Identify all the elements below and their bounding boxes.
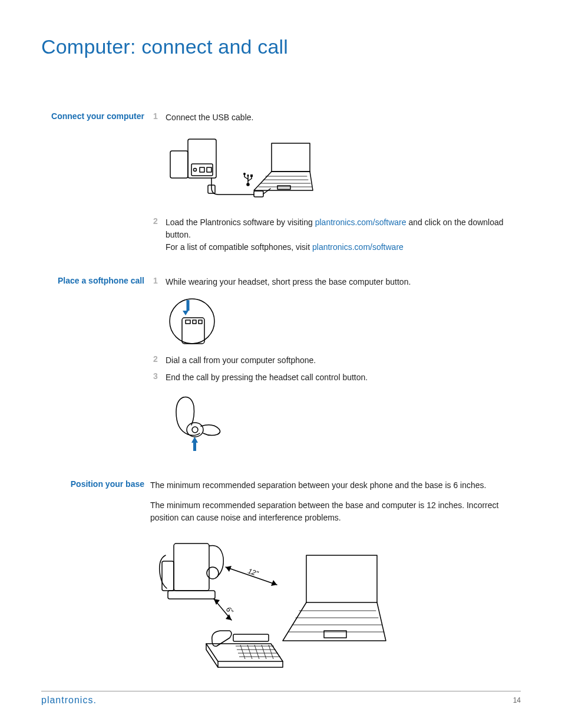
illustration-headset-call-button bbox=[166, 388, 521, 453]
step-number: 3 bbox=[150, 371, 161, 381]
svg-rect-0 bbox=[170, 151, 188, 178]
svg-rect-2 bbox=[191, 164, 213, 176]
svg-point-9 bbox=[243, 173, 246, 175]
page: Computer: connect and call Connect your … bbox=[0, 0, 562, 728]
link-software-2[interactable]: plantronics.com/software bbox=[312, 242, 404, 252]
footer-page-number: 14 bbox=[513, 696, 521, 704]
step-text: Dial a call from your computer softphone… bbox=[161, 354, 521, 367]
svg-rect-4 bbox=[200, 167, 204, 172]
svg-rect-15 bbox=[186, 320, 190, 324]
text-fragment: For a list of compatible softphones, vis… bbox=[166, 242, 312, 252]
link-software-1[interactable]: plantronics.com/software bbox=[315, 218, 406, 227]
svg-rect-5 bbox=[207, 167, 211, 172]
section-body-softphone: 1 While wearing your headset, short pres… bbox=[150, 276, 521, 462]
step-number: 1 bbox=[150, 111, 161, 121]
section-body-position: The minimum recommended separation betwe… bbox=[150, 479, 521, 681]
text-fragment: Load the Plantronics software by visitin… bbox=[166, 218, 315, 227]
svg-point-19 bbox=[192, 427, 198, 433]
svg-rect-23 bbox=[168, 591, 215, 599]
step-text: Connect the USB cable. bbox=[161, 111, 521, 124]
section-label-position: Position your base bbox=[41, 479, 150, 489]
position-para-1: The minimum recommended separation betwe… bbox=[150, 479, 521, 492]
page-title: Computer: connect and call bbox=[41, 35, 521, 58]
svg-rect-21 bbox=[162, 561, 174, 591]
page-footer: plantronics. 14 bbox=[41, 691, 521, 706]
step-text: End the call by pressing the headset cal… bbox=[161, 371, 521, 384]
step-connect-1: 1 Connect the USB cable. bbox=[150, 111, 521, 124]
distance-label-12: 12" bbox=[247, 567, 260, 578]
step-connect-2: 2 Load the Plantronics software by visit… bbox=[150, 216, 521, 253]
svg-rect-17 bbox=[199, 320, 202, 324]
step-softphone-3: 3 End the call by pressing the headset c… bbox=[150, 371, 521, 384]
section-label-connect: Connect your computer bbox=[41, 111, 150, 121]
step-number: 2 bbox=[150, 354, 161, 364]
illustration-position-distances: 12" 6" bbox=[150, 532, 521, 673]
section-position: Position your base The minimum recommend… bbox=[41, 479, 521, 681]
step-text: While wearing your headset, short press … bbox=[161, 276, 521, 288]
svg-rect-10 bbox=[254, 191, 263, 197]
svg-rect-8 bbox=[250, 174, 253, 177]
svg-rect-16 bbox=[193, 320, 196, 324]
step-softphone-2: 2 Dial a call from your computer softpho… bbox=[150, 354, 521, 367]
section-label-softphone: Place a softphone call bbox=[41, 276, 150, 285]
illustration-press-base-button bbox=[166, 293, 521, 346]
svg-rect-13 bbox=[187, 300, 190, 311]
section-softphone: Place a softphone call 1 While wearing y… bbox=[41, 276, 521, 462]
section-body-connect: 1 Connect the USB cable. bbox=[150, 111, 521, 258]
section-connect: Connect your computer 1 Connect the USB … bbox=[41, 111, 521, 258]
step-text: Load the Plantronics software by visitin… bbox=[161, 216, 521, 253]
step-number: 1 bbox=[150, 276, 161, 285]
illustration-usb-connection bbox=[166, 129, 521, 208]
svg-point-12 bbox=[170, 299, 214, 344]
svg-rect-11 bbox=[277, 186, 290, 189]
step-number: 2 bbox=[150, 216, 161, 226]
svg-rect-26 bbox=[233, 634, 269, 641]
svg-rect-22 bbox=[174, 543, 209, 591]
position-para-2: The minimum recommended separation betwe… bbox=[150, 499, 521, 525]
svg-point-3 bbox=[194, 169, 197, 172]
svg-point-18 bbox=[187, 423, 203, 437]
step-softphone-1: 1 While wearing your headset, short pres… bbox=[150, 276, 521, 288]
svg-rect-20 bbox=[193, 442, 196, 451]
svg-point-24 bbox=[207, 567, 219, 579]
distance-label-6: 6" bbox=[224, 605, 235, 616]
footer-logo: plantronics. bbox=[41, 695, 97, 706]
